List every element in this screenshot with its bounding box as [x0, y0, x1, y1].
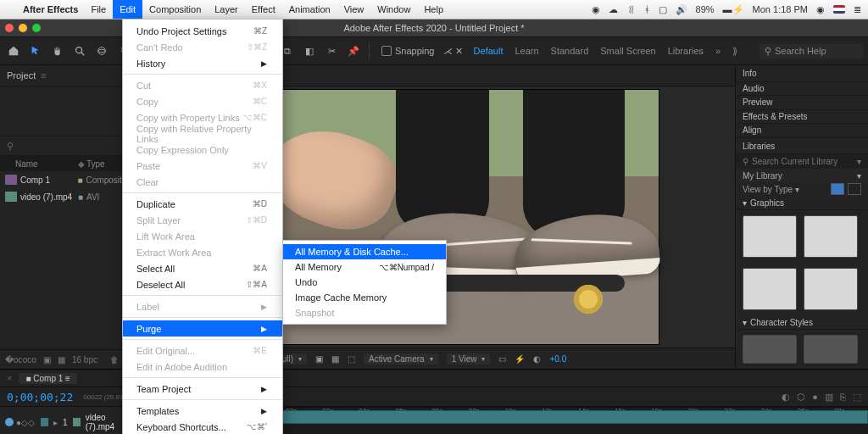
roto-tool-icon[interactable]: ✂ — [323, 42, 340, 59]
viewby-label[interactable]: View by Type — [743, 185, 793, 194]
tl-graph-icon[interactable]: ▥ — [825, 392, 833, 403]
panel-info[interactable]: Info — [736, 65, 868, 82]
puppet-tool-icon[interactable]: 📌 — [345, 42, 362, 59]
app-name[interactable]: After Effects — [17, 4, 84, 14]
zoom-tool-icon[interactable] — [71, 42, 88, 59]
trash-icon[interactable]: 🗑 — [110, 355, 119, 364]
new-comp-icon[interactable]: ▦ — [58, 355, 65, 364]
snapping-toggle[interactable]: Snapping⋌ ✕ — [376, 46, 468, 57]
timeline-tab[interactable]: ■ Comp 1 ≡ — [19, 373, 76, 384]
tl-draft-icon[interactable]: ⬚ — [853, 392, 861, 403]
menu-file[interactable]: File — [84, 0, 113, 19]
exposure-value[interactable]: +0.0 — [549, 354, 566, 364]
edit-menu-item[interactable]: Templates▶ — [123, 403, 282, 419]
edit-menu-item[interactable]: Team Project▶ — [123, 381, 282, 397]
menu-help[interactable]: Help — [417, 0, 450, 19]
lib-graphics-header[interactable]: ▾ Graphics — [736, 197, 868, 211]
edit-menu-item[interactable]: Select All⌘A — [123, 260, 282, 276]
col-name[interactable]: Name — [12, 159, 78, 169]
library-select[interactable]: My Library▾ — [736, 169, 868, 182]
project-search[interactable]: ⚲ — [0, 136, 124, 156]
orbit-tool-icon[interactable] — [93, 42, 110, 59]
eraser-tool-icon[interactable]: ◧ — [301, 42, 318, 59]
project-item-comp[interactable]: Comp 1 ■ Compositi — [0, 171, 124, 188]
zoom-window-button[interactable] — [32, 24, 41, 32]
time-ruler[interactable]: 01s02s03s04s05s06s08s10s12s14s16s18s20s2… — [247, 407, 868, 408]
bpc-badge[interactable]: 16 bpc — [72, 355, 97, 364]
grid-view-icon[interactable] — [831, 183, 844, 195]
ws-overflow-icon[interactable]: ⟫ — [732, 46, 737, 57]
notification-center-icon[interactable]: ≣ — [854, 4, 861, 15]
ws-default[interactable]: Default — [474, 46, 504, 56]
edit-menu-item[interactable]: Purge▶ — [123, 320, 282, 337]
list-view-icon[interactable] — [848, 183, 861, 195]
library-thumb[interactable] — [804, 215, 858, 258]
toggle-mask-icon[interactable]: ⬚ — [348, 354, 355, 364]
tl-fx-icon[interactable]: ⬡ — [797, 392, 805, 403]
library-thumb[interactable] — [743, 215, 797, 258]
visibility-toggle-icon[interactable] — [5, 418, 14, 426]
home-icon[interactable] — [5, 42, 22, 59]
siri-icon[interactable]: ◉ — [816, 4, 825, 15]
grid-icon[interactable]: ▦ — [331, 354, 339, 364]
menu-layer[interactable]: Layer — [208, 0, 245, 19]
wifi-icon[interactable]: ⧛ — [626, 4, 636, 14]
input-source-icon[interactable] — [833, 5, 845, 14]
camera-dd[interactable]: Active Camera▾ — [364, 353, 438, 364]
purge-menu-item[interactable]: Image Cache Memory — [283, 290, 446, 305]
edit-menu-item[interactable]: Deselect All⇧⌘A — [123, 276, 282, 292]
volume-icon[interactable]: 🔊 — [676, 4, 687, 15]
layer-color-icon[interactable] — [41, 418, 48, 426]
help-search[interactable]: ⚲ Search Help — [760, 44, 863, 58]
charstyle-thumb[interactable] — [743, 335, 797, 364]
ws-learn[interactable]: Learn — [515, 46, 538, 56]
purge-menu-item[interactable]: All Memory & Disk Cache... — [283, 244, 446, 259]
edit-menu-item[interactable]: Keyboard Shortcuts...⌥⌘' — [123, 419, 282, 434]
panel-libraries[interactable]: Libraries — [736, 138, 868, 155]
menu-animation[interactable]: Animation — [282, 0, 337, 19]
menu-edit[interactable]: Edit — [113, 0, 142, 19]
project-item-video[interactable]: video (7).mp4 ■ AVI — [0, 188, 124, 205]
panel-audio[interactable]: Audio — [736, 82, 868, 97]
panel-align[interactable]: Align — [736, 124, 868, 138]
interpret-icon[interactable]: �ососо — [5, 355, 36, 364]
lib-charstyles-header[interactable]: ▾ Character Styles — [736, 315, 868, 330]
timeline-timecode[interactable]: 0;00;00;22 — [7, 391, 73, 403]
selection-tool-icon[interactable] — [27, 42, 44, 59]
library-search[interactable]: ⚲ Search Current Library▾ — [736, 154, 868, 169]
tl-shy-icon[interactable]: ◐ — [782, 392, 790, 403]
cc-icon[interactable]: ◉ — [592, 4, 600, 15]
ws-small-screen[interactable]: Small Screen — [600, 46, 655, 56]
share-icon[interactable]: ▭ — [498, 354, 506, 364]
roi-icon[interactable]: ▣ — [315, 354, 323, 364]
edit-menu-item[interactable]: History▶ — [123, 55, 282, 71]
library-thumb[interactable] — [743, 268, 797, 310]
fastpreview-icon[interactable]: ⚡ — [515, 354, 525, 364]
menu-composition[interactable]: Composition — [142, 0, 208, 19]
menu-window[interactable]: Window — [370, 0, 417, 19]
bluetooth-icon[interactable]: ᚼ — [644, 4, 650, 14]
timeline-tracks[interactable]: 01s02s03s04s05s06s08s10s12s14s16s18s20s2… — [247, 407, 868, 434]
panel-effects[interactable]: Effects & Presets — [736, 110, 868, 125]
purge-menu-item[interactable]: Undo — [283, 275, 446, 290]
ws-standard[interactable]: Standard — [551, 46, 589, 56]
battery-icon[interactable]: ▬⚡ — [723, 4, 744, 15]
ws-libraries[interactable]: Libraries — [668, 46, 704, 56]
purge-menu-item[interactable]: All Memory⌥⌘Numpad / — [283, 259, 446, 275]
layer-clip[interactable] — [247, 410, 868, 424]
col-type[interactable]: Type — [86, 159, 124, 169]
close-window-button[interactable] — [5, 24, 14, 32]
exposure-icon[interactable]: ◐ — [533, 354, 541, 364]
edit-menu-item[interactable]: Duplicate⌘D — [123, 196, 282, 212]
hand-tool-icon[interactable] — [49, 42, 66, 59]
cloud-icon[interactable]: ☁ — [609, 4, 618, 15]
folder-icon[interactable]: ▣ — [43, 355, 51, 364]
tl-cap-icon[interactable]: ⎘ — [840, 392, 846, 403]
project-panel-title[interactable]: Project≡ — [0, 65, 124, 86]
library-thumb[interactable] — [804, 268, 858, 310]
views-dd[interactable]: 1 View▾ — [447, 353, 491, 364]
panel-preview[interactable]: Preview — [736, 96, 868, 110]
menu-view[interactable]: View — [337, 0, 371, 19]
airplay-icon[interactable]: ▢ — [659, 4, 667, 15]
edit-menu-item[interactable]: Undo Project Settings⌘Z — [123, 23, 282, 39]
